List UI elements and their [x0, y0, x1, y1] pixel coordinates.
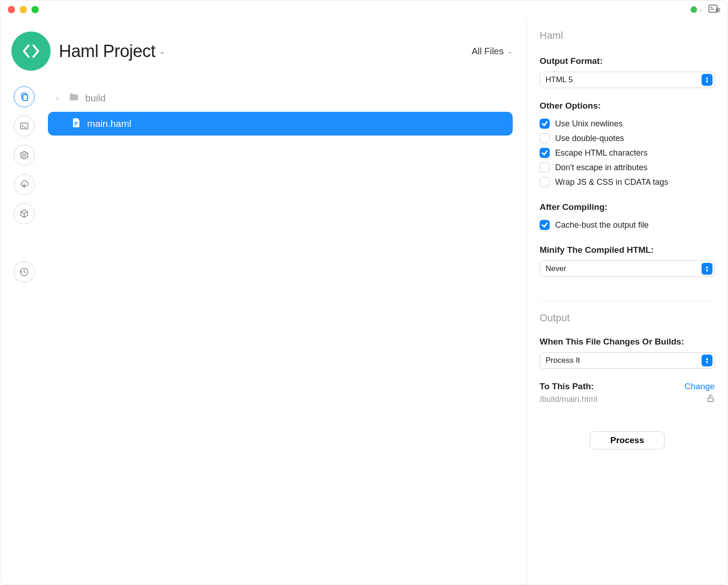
- select-stepper-icon: ▲▼: [702, 355, 712, 366]
- select-stepper-icon: ▲▼: [702, 263, 712, 275]
- project-title: Haml Project: [59, 42, 156, 61]
- minify-select[interactable]: Never ▲▼: [540, 261, 715, 277]
- sidebar-history-button[interactable]: [14, 261, 35, 282]
- checkbox-wrap-cdata[interactable]: Wrap JS & CSS in CDATA tags: [540, 175, 715, 189]
- all-files-filter[interactable]: All Files ⌄: [472, 46, 513, 57]
- checkbox-icon: [540, 119, 550, 129]
- svg-rect-14: [74, 122, 78, 123]
- checkbox-escape-html[interactable]: Escape HTML characters: [540, 146, 715, 160]
- svg-rect-16: [74, 125, 77, 125]
- checkbox-icon: [540, 133, 550, 143]
- chevron-down-icon: ⌄: [699, 7, 703, 13]
- svg-rect-6: [23, 94, 27, 100]
- when-changes-label: When This File Changes Or Builds:: [540, 337, 715, 347]
- all-files-label: All Files: [472, 46, 504, 57]
- process-button[interactable]: Process: [590, 431, 665, 449]
- svg-rect-17: [708, 398, 713, 402]
- chevron-down-icon: ⌄: [159, 47, 165, 56]
- folder-row-build[interactable]: › build: [48, 86, 513, 110]
- project-header: Haml Project ⌄ All Files ⌄: [0, 19, 526, 82]
- file-name: main.haml: [87, 118, 131, 129]
- traffic-lights: [8, 6, 39, 13]
- svg-rect-0: [709, 5, 717, 12]
- sidebar-files-button[interactable]: [14, 86, 35, 107]
- checkbox-label: Use double-quotes: [555, 134, 624, 143]
- output-path: /build/main.html: [540, 395, 597, 404]
- other-options-label: Other Options:: [540, 101, 715, 111]
- change-path-link[interactable]: Change: [684, 381, 715, 392]
- divider: [540, 301, 715, 301]
- checkbox-unix-newlines[interactable]: Use Unix newlines: [540, 116, 715, 131]
- to-path-label: To This Path:: [540, 381, 594, 392]
- checkbox-icon: [540, 177, 550, 187]
- disclosure-icon: ›: [56, 94, 62, 102]
- inspector-panel: Haml Output Format: HTML 5 ▲▼ Other Opti…: [527, 19, 728, 585]
- checkbox-label: Cache-bust the output file: [555, 220, 649, 230]
- when-changes-select[interactable]: Process It ▲▼: [540, 352, 715, 369]
- minify-label: Minify The Compiled HTML:: [540, 245, 715, 255]
- svg-rect-8: [21, 123, 28, 129]
- output-format-select[interactable]: HTML 5 ▲▼: [540, 72, 715, 88]
- output-heading: Output: [540, 312, 715, 324]
- sidebar-package-button[interactable]: [14, 203, 35, 224]
- output-format-label: Output Format:: [540, 56, 715, 66]
- panel-heading: Haml: [540, 30, 715, 42]
- project-logo-icon: [11, 31, 51, 71]
- file-row-main-haml[interactable]: main.haml: [48, 112, 513, 136]
- file-icon: [73, 118, 81, 130]
- checkbox-double-quotes[interactable]: Use double-quotes: [540, 131, 715, 146]
- status-dot-icon: [691, 6, 697, 13]
- select-stepper-icon: ▲▼: [702, 74, 712, 86]
- file-list: › build main.haml: [48, 82, 526, 585]
- zoom-window-button[interactable]: [31, 6, 39, 13]
- checkbox-icon: [540, 162, 550, 172]
- checkbox-cache-bust[interactable]: Cache-bust the output file: [540, 218, 715, 232]
- sidebar-settings-button[interactable]: [14, 145, 35, 166]
- folder-name: build: [85, 93, 105, 104]
- when-changes-value: Process It: [546, 356, 580, 365]
- chevron-down-icon: ⌄: [507, 47, 513, 55]
- svg-point-4: [718, 9, 719, 10]
- svg-rect-15: [74, 123, 78, 124]
- checkbox-label: Escape HTML characters: [555, 148, 647, 158]
- checkbox-icon: [540, 148, 550, 158]
- minimize-window-button[interactable]: [20, 6, 27, 13]
- checkbox-label: Use Unix newlines: [555, 119, 623, 129]
- project-title-dropdown[interactable]: Haml Project ⌄: [59, 42, 165, 61]
- checkbox-label: Wrap JS & CSS in CDATA tags: [555, 178, 668, 187]
- svg-point-10: [23, 154, 26, 157]
- checkbox-label: Don't escape in attributes: [555, 163, 648, 172]
- sidebar-icon-rail: [0, 82, 48, 585]
- output-format-value: HTML 5: [546, 75, 573, 84]
- close-window-button[interactable]: [8, 6, 15, 13]
- folder-icon: [69, 93, 79, 104]
- unlock-icon[interactable]: [707, 394, 715, 405]
- sidebar-terminal-button[interactable]: [14, 115, 35, 136]
- sidebar-cloud-button[interactable]: [14, 174, 35, 195]
- window-titlebar: ⌄: [0, 0, 728, 19]
- checkbox-no-escape-attrs[interactable]: Don't escape in attributes: [540, 160, 715, 175]
- preview-icon[interactable]: [708, 5, 720, 15]
- server-status-dropdown[interactable]: ⌄: [691, 6, 703, 13]
- minify-value: Never: [546, 264, 566, 273]
- after-compiling-label: After Compiling:: [540, 202, 715, 212]
- checkbox-icon: [540, 220, 550, 230]
